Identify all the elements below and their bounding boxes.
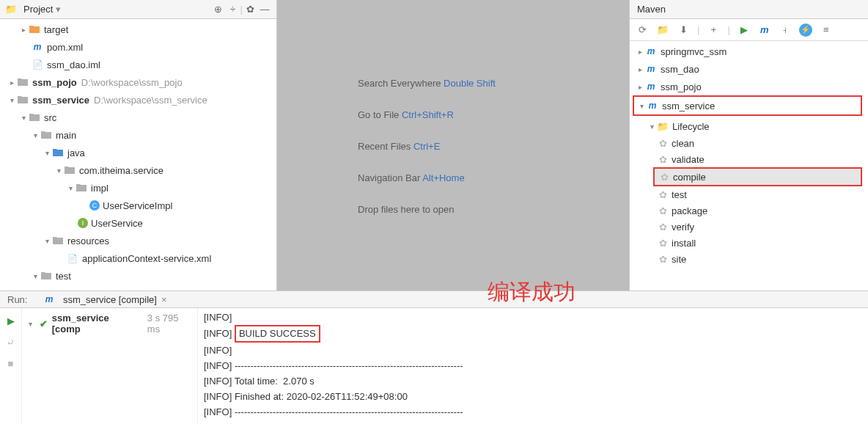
tree-node-src[interactable]: ▾src bbox=[0, 109, 276, 126]
module-icon bbox=[16, 93, 29, 106]
goal-install[interactable]: ✿install bbox=[630, 235, 868, 251]
maven-tree: ▸mspringmvc_ssm ▸mssm_dao ▸mssm_pojo ▾ms… bbox=[630, 41, 868, 290]
maven-icon: m bbox=[43, 293, 56, 306]
toggle-skip-icon[interactable]: ⫞ bbox=[779, 23, 792, 37]
stop2-icon[interactable]: ■ bbox=[8, 358, 14, 369]
goal-compile[interactable]: ✿compile bbox=[655, 169, 861, 185]
project-tree: ▸target mpom.xml 📄ssm_dao.iml ▸ssm_pojoD… bbox=[0, 19, 276, 290]
gear-icon: ✿ bbox=[661, 172, 669, 183]
maven-module-icon: m bbox=[644, 45, 658, 58]
project-panel: 📁 Project ▾ ⊕ ÷ | ✿ — ▸target mpom.xml 📄… bbox=[0, 0, 277, 290]
tree-node-interface[interactable]: IUserService bbox=[0, 214, 276, 232]
maven-lifecycle[interactable]: ▾📁Lifecycle bbox=[630, 117, 868, 135]
tree-node-impl[interactable]: ▾impl bbox=[0, 179, 276, 197]
reimport-icon[interactable]: ⟳ bbox=[636, 23, 649, 37]
tip-search: Search Everywhere Double Shift bbox=[358, 75, 629, 90]
maven-project-pojo[interactable]: ▸mssm_pojo bbox=[630, 78, 868, 95]
run-tree-item[interactable]: ▾ ✔ ssm_service [comp 3 s 795 ms bbox=[26, 312, 193, 335]
tree-node-service[interactable]: ▾ssm_serviceD:\workspace\ssm_service bbox=[0, 91, 276, 109]
download-icon[interactable]: ⬇ bbox=[677, 23, 690, 37]
gear-icon: ✿ bbox=[659, 205, 667, 216]
interface-icon: I bbox=[78, 218, 88, 228]
module-icon bbox=[16, 76, 29, 89]
add-icon[interactable]: + bbox=[707, 23, 720, 37]
goal-site[interactable]: ✿site bbox=[630, 251, 868, 267]
tip-recent: Recent Files Ctrl+E bbox=[358, 138, 629, 153]
project-title: Project bbox=[23, 4, 53, 15]
goal-validate[interactable]: ✿validate bbox=[630, 151, 868, 167]
tree-node-pom[interactable]: mpom.xml bbox=[0, 38, 276, 56]
close-icon[interactable]: × bbox=[161, 294, 167, 305]
gear-icon: ✿ bbox=[659, 138, 667, 149]
run-tabs-row: Run: m ssm_service [compile] × bbox=[0, 290, 868, 308]
goal-clean[interactable]: ✿clean bbox=[630, 135, 868, 151]
maven-toolbar: ⟳ 📁 ⬇ | + | ▶ m ⫞ ⚡ ≡ bbox=[630, 19, 868, 41]
maven-module-icon: m bbox=[644, 80, 658, 93]
tree-node-main[interactable]: ▾main bbox=[0, 126, 276, 144]
maven-icon: m bbox=[31, 40, 44, 54]
run-body: ▶ ⤾ ■ ▾ ✔ ssm_service [comp 3 s 795 ms [… bbox=[0, 308, 868, 424]
run-tab-label: ssm_service [compile] bbox=[63, 294, 157, 305]
class-icon: C bbox=[89, 200, 100, 211]
maven-header: Maven bbox=[630, 0, 868, 19]
target-icon[interactable]: ⊕ bbox=[211, 2, 226, 17]
run-icon[interactable]: ▶ bbox=[738, 23, 751, 37]
tree-node-resources[interactable]: ▾resources bbox=[0, 232, 276, 249]
source-folder-icon bbox=[51, 146, 65, 159]
offline-icon[interactable]: ⚡ bbox=[799, 23, 812, 37]
minimize-icon[interactable]: — bbox=[257, 2, 272, 17]
goal-test[interactable]: ✿test bbox=[630, 186, 868, 202]
build-success: BUILD SUCCESS bbox=[235, 325, 320, 343]
console-output: [INFO] [INFO] BUILD SUCCESS [INFO] [INFO… bbox=[198, 308, 868, 424]
tip-drop: Drop files here to open bbox=[358, 201, 629, 216]
xml-icon: 📄 bbox=[66, 252, 79, 265]
folder-icon bbox=[40, 269, 53, 282]
maven-title: Maven bbox=[637, 4, 666, 15]
tree-node-iml[interactable]: 📄ssm_dao.iml bbox=[0, 56, 276, 73]
tree-node-target[interactable]: ▸target bbox=[0, 21, 276, 38]
success-check-icon: ✔ bbox=[40, 318, 48, 329]
rerun-icon[interactable]: ▶ bbox=[7, 315, 15, 326]
gear-icon: ✿ bbox=[659, 189, 667, 200]
project-icon: 📁 bbox=[4, 3, 18, 16]
generate-icon[interactable]: 📁 bbox=[656, 23, 669, 37]
collapse-icon[interactable]: ÷ bbox=[226, 2, 240, 17]
package-icon bbox=[75, 181, 88, 194]
resources-folder-icon bbox=[51, 234, 65, 247]
goal-package[interactable]: ✿package bbox=[630, 202, 868, 219]
tree-node-xml[interactable]: 📄applicationContext-service.xml bbox=[0, 249, 276, 267]
editor-empty: Search Everywhere Double Shift Go to Fil… bbox=[277, 0, 629, 290]
tip-nav: Navigation Bar Alt+Home bbox=[358, 169, 629, 185]
run-gutter: ▶ ⤾ ■ bbox=[0, 308, 22, 424]
settings-icon[interactable]: ✿ bbox=[243, 2, 257, 17]
tree-node-package[interactable]: ▾com.itheima.service bbox=[0, 161, 276, 179]
tree-node-class[interactable]: CUserServiceImpl bbox=[0, 197, 276, 214]
maven-panel: Maven ⟳ 📁 ⬇ | + | ▶ m ⫞ ⚡ ≡ ▸mspringmvc_… bbox=[629, 0, 868, 290]
file-icon: 📄 bbox=[31, 58, 44, 71]
gear-icon: ✿ bbox=[659, 154, 667, 165]
lifecycle-icon: 📁 bbox=[656, 120, 669, 133]
maven-project-dao[interactable]: ▸mssm_dao bbox=[630, 60, 868, 78]
run-label: Run: bbox=[0, 294, 37, 305]
maven-module-icon: m bbox=[644, 62, 658, 76]
stop-icon[interactable]: ⤾ bbox=[7, 337, 15, 348]
execute-goal-icon[interactable]: m bbox=[758, 23, 771, 37]
folder-icon bbox=[28, 23, 41, 36]
tip-file: Go to File Ctrl+Shift+R bbox=[358, 106, 629, 122]
tree-node-pojo[interactable]: ▸ssm_pojoD:\workspace\ssm_pojo bbox=[0, 73, 276, 91]
folder-icon bbox=[40, 128, 53, 142]
run-tab[interactable]: m ssm_service [compile] × bbox=[37, 293, 172, 306]
gear-icon: ✿ bbox=[659, 222, 667, 233]
maven-project-service[interactable]: ▾mssm_service bbox=[634, 97, 861, 114]
gear-icon: ✿ bbox=[659, 238, 667, 249]
show-deps-icon[interactable]: ≡ bbox=[820, 23, 833, 37]
gear-icon: ✿ bbox=[659, 254, 667, 265]
tree-node-java[interactable]: ▾java bbox=[0, 144, 276, 161]
maven-module-icon: m bbox=[646, 99, 659, 112]
run-tree: ▾ ✔ ssm_service [comp 3 s 795 ms bbox=[22, 308, 198, 424]
tree-node-test[interactable]: ▾test bbox=[0, 267, 276, 285]
goal-verify[interactable]: ✿verify bbox=[630, 219, 868, 235]
dropdown-icon[interactable]: ▾ bbox=[56, 4, 61, 15]
package-icon bbox=[63, 164, 76, 177]
maven-project-springmvc[interactable]: ▸mspringmvc_ssm bbox=[630, 43, 868, 60]
